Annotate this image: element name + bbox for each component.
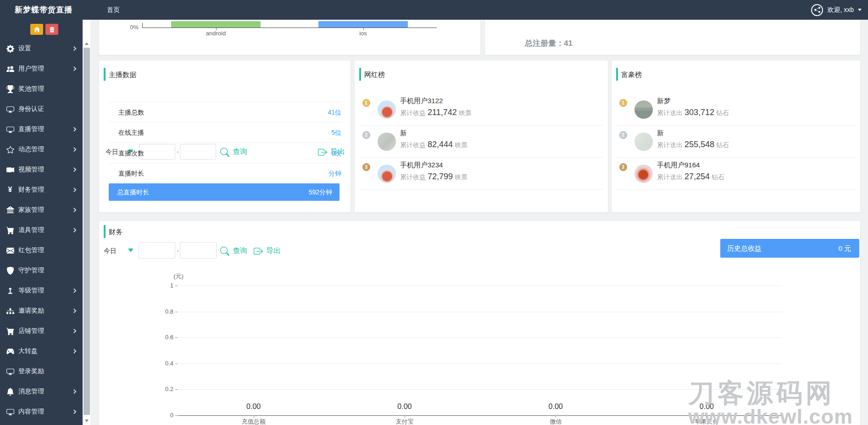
chevron-right-icon — [72, 309, 77, 313]
sidebar-scrollbar[interactable] — [83, 20, 90, 425]
x-axis-tick — [254, 415, 254, 418]
sidebar-item-13[interactable]: 邀请奖励 — [0, 301, 83, 321]
chevron-right-icon — [72, 66, 77, 71]
user-name: 手机用户9164 — [657, 161, 700, 170]
nav-item-home[interactable]: 首页 — [107, 0, 120, 20]
sidebar-item-18[interactable]: 内容管理 — [0, 402, 83, 422]
sidebar-item-label: 大转盘 — [18, 347, 38, 355]
scrollbar-thumb[interactable] — [83, 48, 90, 415]
anchor-stat-row: 在线主播5位 — [99, 122, 351, 143]
influencer-leaderboard-panel: 网红榜 1手机用户3122累计收益211,742映票2新累计收益82,444映票… — [355, 61, 608, 212]
data-point-value: 0.00 — [523, 403, 588, 411]
chevron-right-icon — [72, 228, 77, 232]
sidebar-item-label: 设置 — [18, 44, 31, 53]
avatar — [634, 132, 653, 151]
sidebar-item-0[interactable]: 设置 — [0, 39, 83, 59]
anchor-data-panel: 主播数据 今日 - 查询 导出 主播总数41位在线主播5位直播次数0次直播时长分… — [99, 61, 351, 212]
sidebar-item-label: 道具管理 — [18, 226, 44, 234]
user-name: 新 — [657, 129, 664, 138]
anchor-stat-row: 主播总数41位 — [99, 102, 351, 122]
medal-rank: 2 — [362, 131, 370, 139]
leaderboard-item: 2新累计送出255,548钻石 — [617, 126, 856, 158]
medal-gold-icon: 1 — [618, 101, 628, 107]
trash-button[interactable] — [45, 24, 58, 35]
sidebar-item-10[interactable]: 红包管理 — [0, 240, 83, 260]
earn-unit: 映票 — [455, 173, 467, 181]
chevron-right-icon — [72, 349, 77, 353]
sidebar-item-8[interactable]: 家族管理 — [0, 200, 83, 220]
scroll-down-arrow-icon[interactable] — [83, 417, 90, 425]
medal-rank: 1 — [362, 99, 370, 107]
avatar — [378, 100, 396, 119]
sidebar-item-12[interactable]: 等级管理 — [0, 281, 83, 301]
y-tick-label: 0.2 — [145, 386, 173, 392]
share-network-icon — [811, 4, 823, 16]
chevron-right-icon — [72, 389, 77, 394]
sidebar-item-14[interactable]: 店铺管理 — [0, 321, 83, 341]
sidebar-item-2[interactable]: 奖池管理 — [0, 79, 83, 99]
platform-chart-panel: 0% androidios — [99, 20, 480, 55]
sidebar-item-15[interactable]: 大转盘 — [0, 341, 83, 361]
x-axis-line — [142, 28, 437, 28]
earn-line: 累计收益211,742映票 — [400, 108, 472, 117]
category-label: 苹果支付 — [674, 418, 739, 425]
chevron-right-icon — [72, 46, 77, 51]
scroll-up-arrow-icon[interactable] — [83, 39, 90, 47]
y-tick-mark — [175, 337, 178, 338]
sidebar-item-4[interactable]: 直播管理 — [0, 119, 83, 139]
row-separator — [109, 143, 341, 143]
gamepad-icon — [6, 347, 15, 355]
avatar — [634, 100, 653, 119]
finance-line-chart: (元) 10.80.60.40.200.00充值总额0.00支付宝0.00微信0… — [99, 221, 860, 425]
y-tick-mark — [175, 415, 178, 416]
bell-icon — [6, 387, 15, 396]
sidebar-item-16[interactable]: 登录奖励 — [0, 361, 83, 381]
y-tick-label: 0.8 — [145, 308, 173, 315]
user-menu[interactable]: 欢迎, xxb — [811, 0, 862, 20]
monitor-icon — [6, 408, 15, 416]
category-label: ios — [336, 30, 391, 37]
x-axis-line — [178, 415, 782, 416]
sidebar-item-label: 登录奖励 — [18, 367, 44, 375]
sidebar-item-5[interactable]: 动态管理 — [0, 139, 83, 160]
level-up-icon — [6, 287, 15, 295]
earn-unit: 钻石 — [712, 173, 724, 181]
chevron-right-icon — [72, 208, 77, 212]
sidebar-item-6[interactable]: 视频管理 — [0, 160, 83, 180]
sidebar-item-3[interactable]: 身份认证 — [0, 99, 83, 119]
sidebar-item-17[interactable]: 消息管理 — [0, 381, 83, 402]
sidebar-item-9[interactable]: 道具管理 — [0, 220, 83, 240]
panel-title: 富豪榜 — [621, 71, 642, 79]
chevron-right-icon — [72, 167, 77, 172]
panel-title: 网红榜 — [364, 71, 385, 79]
highlight-value: 592分钟 — [309, 188, 332, 197]
category-label: 充值总额 — [222, 418, 286, 425]
grid-line — [178, 312, 782, 312]
row-separator — [109, 102, 341, 102]
sidebar-item-label: 消息管理 — [18, 387, 44, 396]
home-button[interactable] — [30, 24, 43, 35]
sidebar-item-7[interactable]: ¥财务管理 — [0, 180, 83, 200]
chevron-right-icon — [72, 288, 77, 293]
user-name: 新梦 — [657, 97, 671, 105]
y-tick-label: 0 — [145, 412, 173, 419]
trash-icon — [49, 27, 55, 33]
y-tick-label: 1 — [145, 282, 173, 289]
x-axis-tick — [707, 415, 707, 418]
grid-line — [178, 286, 782, 286]
anchor-stat-row: 直播次数0次 — [99, 143, 351, 163]
yen-icon: ¥ — [6, 186, 15, 194]
sidebar-item-1[interactable]: 用户管理 — [0, 59, 83, 79]
monitor-icon — [6, 125, 15, 133]
leaderboard-item: 3手机用户3234累计收益72,799映票 — [360, 158, 603, 190]
user-name: 手机用户3122 — [400, 97, 443, 105]
stat-label: 直播次数 — [118, 149, 144, 158]
sidebar-item-label: 红包管理 — [18, 246, 44, 254]
medal-rank: 3 — [362, 163, 370, 171]
earn-line: 累计送出27,254钻石 — [657, 172, 724, 182]
sidebar-item-11[interactable]: 守护管理 — [0, 260, 83, 281]
row-separator — [109, 122, 341, 122]
caret-down-icon — [858, 9, 862, 11]
chevron-right-icon — [72, 147, 77, 152]
y-tick-label: 0.6 — [145, 334, 173, 341]
